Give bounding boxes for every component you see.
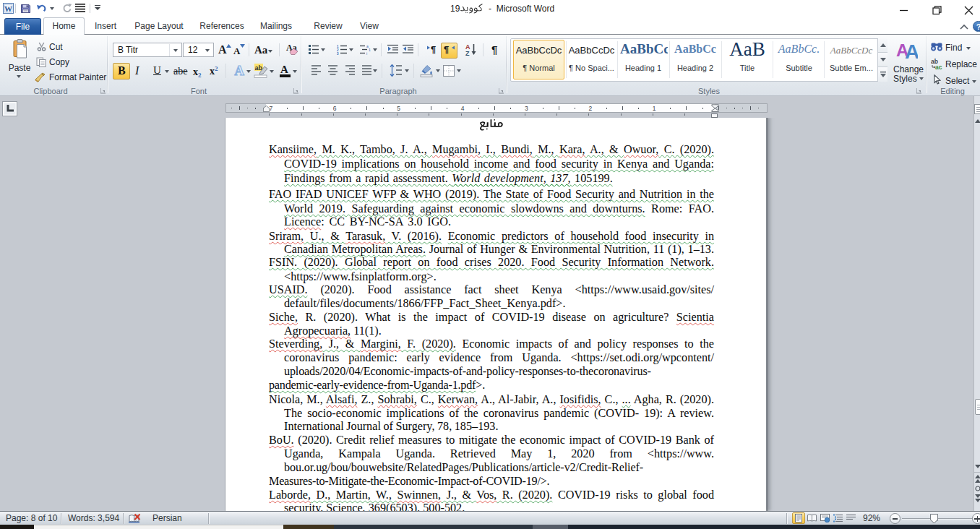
svg-text:¶: ¶ bbox=[444, 44, 449, 55]
svg-text:3: 3 bbox=[337, 52, 339, 55]
svg-text:W: W bbox=[4, 4, 12, 13]
svg-text:Z: Z bbox=[465, 50, 470, 56]
svg-text:1: 1 bbox=[369, 48, 371, 52]
svg-text:¶: ¶ bbox=[431, 44, 436, 55]
svg-text:ac: ac bbox=[935, 64, 942, 70]
svg-text:A: A bbox=[234, 63, 244, 78]
svg-text:A: A bbox=[905, 40, 918, 59]
svg-text:i: i bbox=[366, 51, 367, 55]
